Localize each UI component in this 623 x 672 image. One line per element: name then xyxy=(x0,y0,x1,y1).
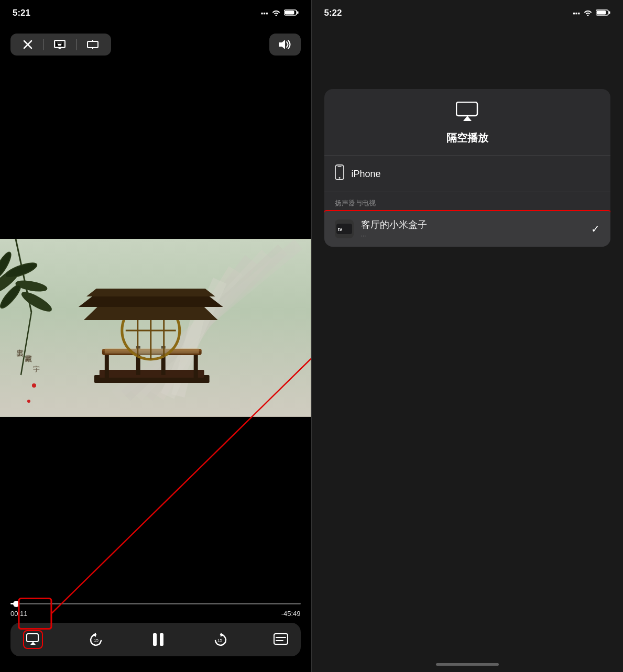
svg-marker-48 xyxy=(84,307,218,320)
status-icons-right: ▪▪▪ xyxy=(573,9,610,18)
iphone-device-name: iPhone xyxy=(352,169,600,180)
status-bar-right: 5:22 ▪▪▪ xyxy=(312,0,624,26)
airplay-header: 隔空播放 xyxy=(324,89,611,156)
signal-icon-left: ▪▪▪ xyxy=(261,9,268,17)
close-button[interactable] xyxy=(19,40,37,49)
subtitles-button[interactable] xyxy=(274,633,288,646)
divider-2 xyxy=(76,39,76,50)
wifi-icon-left xyxy=(271,9,281,18)
svg-point-54 xyxy=(32,383,36,387)
checkmark-icon: ✓ xyxy=(591,223,600,235)
right-panel: 5:22 ▪▪▪ xyxy=(312,0,624,672)
apple-tv-icon: tv xyxy=(335,219,354,238)
top-controls xyxy=(0,28,311,61)
svg-rect-32 xyxy=(194,351,198,377)
left-panel: 5:21 ▪▪▪ xyxy=(0,0,311,672)
progress-dot[interactable] xyxy=(13,601,19,607)
svg-marker-50 xyxy=(86,289,215,296)
svg-point-75 xyxy=(338,177,340,179)
airplay-button[interactable] xyxy=(23,630,43,649)
svg-rect-31 xyxy=(105,351,109,377)
pause-button[interactable] xyxy=(151,632,166,647)
svg-rect-60 xyxy=(153,633,157,646)
status-icons-left: ▪▪▪ xyxy=(261,9,299,18)
time-left: 5:21 xyxy=(13,8,30,18)
remaining-time: -45:49 xyxy=(281,610,301,618)
cast-button[interactable] xyxy=(50,40,70,49)
airplay-title: 隔空播放 xyxy=(335,131,600,145)
video-area: 出雲 藏書 宇 xyxy=(0,61,311,594)
volume-button[interactable] xyxy=(269,34,301,56)
svg-rect-61 xyxy=(160,633,163,646)
svg-text:tv: tv xyxy=(338,227,342,232)
time-row: 00:11 -45:49 xyxy=(10,610,301,618)
bottom-controls-area: 00:11 -45:49 15 xyxy=(0,594,311,672)
top-left-controls-group xyxy=(10,34,111,56)
svg-marker-62 xyxy=(221,633,224,637)
battery-icon-left xyxy=(284,9,299,18)
svg-rect-56 xyxy=(27,634,38,642)
svg-rect-72 xyxy=(456,102,477,116)
selected-device-row[interactable]: tv 客厅的小米盒子 ··· ✓ xyxy=(324,211,611,247)
video-thumbnail: 出雲 藏書 宇 xyxy=(0,239,311,417)
device-sub: ··· xyxy=(361,232,592,239)
battery-icon-right xyxy=(596,9,610,18)
svg-rect-70 xyxy=(597,10,606,14)
svg-rect-7 xyxy=(88,41,98,48)
airplay-icon-large xyxy=(335,102,600,126)
svg-marker-73 xyxy=(463,116,472,121)
svg-rect-1 xyxy=(285,10,294,14)
fullscreen-button[interactable] xyxy=(83,40,103,49)
status-bar-left: 5:21 ▪▪▪ xyxy=(0,0,311,26)
section-label: 扬声器与电视 xyxy=(324,192,611,211)
svg-rect-30 xyxy=(100,369,204,377)
wifi-icon-right xyxy=(583,9,593,18)
svg-marker-49 xyxy=(79,296,223,307)
svg-marker-58 xyxy=(93,633,96,637)
device-name-col: 客厅的小米盒子 ··· xyxy=(361,218,592,239)
time-right: 5:22 xyxy=(324,8,342,18)
progress-bar-container[interactable] xyxy=(10,603,301,604)
svg-rect-64 xyxy=(274,634,288,644)
rewind-button[interactable]: 15 xyxy=(89,632,105,647)
signal-icon-right: ▪▪▪ xyxy=(573,9,580,17)
svg-point-55 xyxy=(27,399,30,402)
playback-controls: 15 15 xyxy=(10,623,301,656)
svg-text:15: 15 xyxy=(94,638,99,643)
forward-button[interactable]: 15 xyxy=(211,632,228,647)
home-indicator xyxy=(436,663,499,666)
divider-1 xyxy=(43,39,43,50)
device-main-name: 客厅的小米盒子 xyxy=(361,218,592,231)
airplay-sheet: 隔空播放 iPhone 扬声器与电视 tv xyxy=(324,89,611,247)
svg-marker-12 xyxy=(279,40,285,49)
progress-track[interactable] xyxy=(10,603,301,604)
svg-rect-2 xyxy=(297,11,299,14)
iphone-device-row[interactable]: iPhone xyxy=(324,156,611,192)
current-time: 00:11 xyxy=(10,610,28,618)
svg-text:15: 15 xyxy=(217,638,222,643)
svg-rect-71 xyxy=(609,11,610,14)
iphone-icon xyxy=(335,164,344,183)
